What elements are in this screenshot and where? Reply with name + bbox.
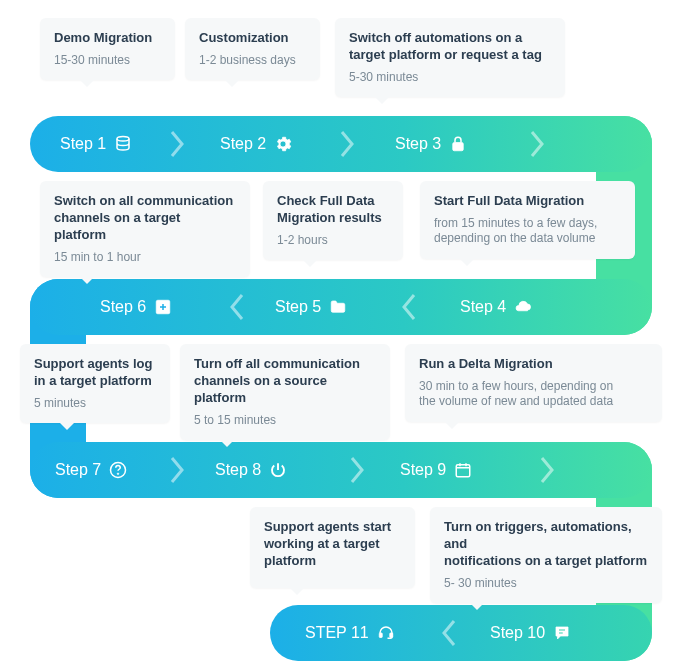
step-label: Step 4 xyxy=(460,298,506,316)
step-label: Step 3 xyxy=(395,135,441,153)
chat-icon xyxy=(553,624,571,642)
card-step-11: Support agents start working at a target… xyxy=(250,507,415,588)
card-step-7: Support agents log in a target platform … xyxy=(20,344,170,423)
step-9: Step 9 xyxy=(400,461,472,479)
step-label: Step 1 xyxy=(60,135,106,153)
card-title: Switch on all communication channels on … xyxy=(54,193,236,244)
card-title: Run a Delta Migration xyxy=(419,356,648,373)
card-step-1: Demo Migration 15-30 minutes xyxy=(40,18,175,80)
gear-icon xyxy=(274,135,292,153)
card-title: Support agents log in a target platform xyxy=(34,356,156,390)
step-7: Step 7 xyxy=(55,461,127,479)
help-icon xyxy=(109,461,127,479)
step-1: Step 1 xyxy=(60,135,132,153)
plus-icon xyxy=(154,298,172,316)
card-step-6: Switch on all communication channels on … xyxy=(40,181,250,277)
svg-rect-1 xyxy=(453,143,464,151)
step-4: Step 4 xyxy=(460,298,532,316)
card-desc: 15 min to 1 hour xyxy=(54,250,236,266)
chevron-right-icon xyxy=(530,130,546,158)
chevron-right-icon xyxy=(340,130,356,158)
card-step-10: Turn on triggers, automations, and notif… xyxy=(430,507,662,603)
step-label: Step 9 xyxy=(400,461,446,479)
step-5: Step 5 xyxy=(275,298,347,316)
card-desc: 5-30 minutes xyxy=(349,70,551,86)
chevron-right-icon xyxy=(170,456,186,484)
card-desc: 5 to 15 minutes xyxy=(194,413,376,429)
step-label: Step 7 xyxy=(55,461,101,479)
chevron-right-icon xyxy=(540,456,556,484)
chevron-right-icon xyxy=(170,130,186,158)
chevron-left-icon xyxy=(440,619,456,647)
svg-point-4 xyxy=(118,473,120,475)
card-desc: 5 minutes xyxy=(34,396,156,412)
card-title: Turn off all communication channels on a… xyxy=(194,356,376,407)
step-label: Step 10 xyxy=(490,624,545,642)
step-11: STEP 11 xyxy=(305,624,395,642)
svg-rect-6 xyxy=(379,633,382,638)
step-2: Step 2 xyxy=(220,135,292,153)
chevron-left-icon xyxy=(400,293,416,321)
step-10: Step 10 xyxy=(490,624,571,642)
step-label: Step 5 xyxy=(275,298,321,316)
card-step-2: Customization 1-2 business days xyxy=(185,18,320,80)
svg-point-0 xyxy=(117,137,129,142)
step-8: Step 8 xyxy=(215,461,287,479)
card-desc: 1-2 hours xyxy=(277,233,389,249)
card-desc: 1-2 business days xyxy=(199,53,306,69)
step-label: Step 2 xyxy=(220,135,266,153)
chevron-right-icon xyxy=(350,456,366,484)
folder-icon xyxy=(329,298,347,316)
chevron-left-icon xyxy=(228,293,244,321)
card-title: Support agents start working at a target… xyxy=(264,519,401,570)
card-title: Demo Migration xyxy=(54,30,161,47)
step-6: Step 6 xyxy=(100,298,172,316)
card-step-8: Turn off all communication channels on a… xyxy=(180,344,390,440)
card-title: Switch off automations on a target platf… xyxy=(349,30,551,64)
card-desc: 15-30 minutes xyxy=(54,53,161,69)
card-step-5: Check Full Data Migration results 1-2 ho… xyxy=(263,181,403,260)
card-desc: 5- 30 minutes xyxy=(444,576,648,592)
power-icon xyxy=(269,461,287,479)
lock-icon xyxy=(449,135,467,153)
headset-icon xyxy=(377,624,395,642)
calendar-icon xyxy=(454,461,472,479)
card-step-4: Start Full Data Migration from 15 minute… xyxy=(420,181,635,259)
svg-rect-5 xyxy=(457,465,471,477)
card-title: Check Full Data Migration results xyxy=(277,193,389,227)
step-label: Step 6 xyxy=(100,298,146,316)
card-title: Start Full Data Migration xyxy=(434,193,621,210)
step-3: Step 3 xyxy=(395,135,467,153)
cloud-icon xyxy=(514,298,532,316)
database-icon xyxy=(114,135,132,153)
card-title: Turn on triggers, automations, and notif… xyxy=(444,519,648,570)
card-step-3: Switch off automations on a target platf… xyxy=(335,18,565,97)
card-desc: from 15 minutes to a few days, depending… xyxy=(434,216,621,247)
svg-rect-7 xyxy=(390,633,393,638)
step-label: Step 8 xyxy=(215,461,261,479)
card-step-9: Run a Delta Migration 30 min to a few ho… xyxy=(405,344,662,422)
card-title: Customization xyxy=(199,30,306,47)
step-label: STEP 11 xyxy=(305,624,369,642)
card-desc: 30 min to a few hours, depending on the … xyxy=(419,379,648,410)
